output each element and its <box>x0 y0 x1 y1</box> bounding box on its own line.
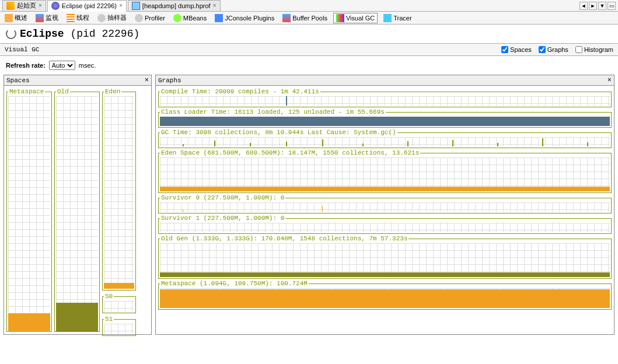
toolbar-buffer-pools[interactable]: Buffer Pools <box>280 13 330 23</box>
graph-class-loader: Class Loader Time: 16113 loaded, 125 unl… <box>158 108 612 128</box>
close-icon[interactable]: × <box>145 76 149 85</box>
toolbar-monitor[interactable]: 监视 <box>33 13 61 23</box>
close-icon[interactable]: × <box>213 2 217 9</box>
sampler-icon <box>97 14 106 22</box>
classloader-fill <box>160 117 610 126</box>
toolbar-profiler[interactable]: Profiler <box>132 13 167 23</box>
overview-icon <box>5 14 13 22</box>
graph-metaspace: Metaspace (1.094G, 109.750M): 100.724M <box>158 280 612 310</box>
toolbar-tracer[interactable]: Tracer <box>381 13 414 23</box>
tab-start-page[interactable]: 起始页 × <box>2 0 46 12</box>
jconsole-icon <box>215 14 223 22</box>
graph-eden-space: Eden Space (681.500M, 680.500M): 18.147M… <box>158 149 612 193</box>
panels-container: Spaces × Metaspace Old Eden <box>0 75 618 338</box>
nav-max-icon[interactable]: ▭ <box>607 2 616 10</box>
tab-eclipse[interactable]: Eclipse (pid 22296) × <box>47 0 127 12</box>
close-icon[interactable]: × <box>607 76 612 85</box>
loading-icon <box>6 29 16 39</box>
buffer-icon <box>282 14 291 22</box>
checkbox-histogram[interactable]: Histogram <box>575 46 613 53</box>
checkbox-graphs[interactable]: Graphs <box>539 46 568 53</box>
toolbar-jconsole[interactable]: JConsole Plugins <box>212 13 277 23</box>
home-icon <box>6 2 15 10</box>
subheader: Visual GC Spaces Graphs Histogram <box>0 43 618 56</box>
toolbar-threads[interactable]: 线程 <box>64 13 92 23</box>
graphs-panel: Graphs × Compile Time: 20009 compiles - … <box>155 75 614 335</box>
tab-label: Eclipse (pid 22296) <box>62 2 117 9</box>
toolbar-mbeans[interactable]: MBeans <box>171 13 209 23</box>
oldgen-fill <box>160 272 610 277</box>
eden-fill <box>104 283 134 289</box>
tab-label: [heapdump] dump.hprof <box>142 2 211 9</box>
space-old: Old <box>54 88 100 332</box>
refresh-label: Refresh rate: <box>6 62 46 69</box>
monitor-icon <box>36 14 44 22</box>
graph-compile-time: Compile Time: 20009 compiles - 1m 42.411… <box>158 88 612 107</box>
eclipse-icon <box>51 2 60 10</box>
space-metaspace: Metaspace <box>6 88 52 332</box>
spaces-header: Spaces × <box>4 75 151 86</box>
tab-heapdump[interactable]: [heapdump] dump.hprof × <box>128 0 221 12</box>
graph-old-gen: Old Gen (1.333G, 1.333G): 170.048M, 1548… <box>158 235 612 279</box>
space-eden: Eden <box>102 88 136 290</box>
graph-survivor-0: Survivor 0 (227.500M, 1.000M): 0 <box>158 194 612 214</box>
space-s1: S1 <box>102 316 136 336</box>
nav-next-icon[interactable]: ► <box>589 2 597 10</box>
threads-icon <box>67 14 75 22</box>
tab-nav-arrows: ◄ ► ▼ ▭ <box>579 2 616 10</box>
profiler-icon <box>135 14 143 22</box>
toolbar-visual-gc[interactable]: Visual GC <box>333 13 378 23</box>
graphs-header: Graphs × <box>156 75 614 86</box>
heapdump-icon <box>132 2 140 10</box>
nav-prev-icon[interactable]: ◄ <box>579 2 588 10</box>
eden-wave <box>160 187 610 191</box>
space-s0: S0 <box>102 293 136 313</box>
tracer-icon <box>383 14 392 22</box>
subtab-label: Visual GC <box>5 46 39 53</box>
graph-survivor-1: Survivor 1 (227.500M, 1.000M): 0 <box>158 215 612 234</box>
refresh-bar: Refresh rate: Auto msec. <box>0 56 618 75</box>
tab-label: 起始页 <box>17 1 36 10</box>
page-title: Eclipse (pid 22296) <box>20 28 139 40</box>
old-fill <box>56 303 98 332</box>
close-icon[interactable]: × <box>119 2 123 9</box>
close-icon[interactable]: × <box>39 2 42 9</box>
spaces-panel: Spaces × Metaspace Old Eden <box>4 75 152 335</box>
compile-spike <box>286 96 287 106</box>
metaspace-fill <box>8 313 50 332</box>
app-header: Eclipse (pid 22296) <box>0 24 618 43</box>
visualgc-icon <box>336 14 344 22</box>
toolbar-overview[interactable]: 概述 <box>2 13 30 23</box>
refresh-select[interactable]: Auto <box>49 61 75 70</box>
toolbar-sampler[interactable]: 抽样器 <box>95 13 129 23</box>
refresh-unit: msec. <box>79 62 96 69</box>
graph-gc-time: GC Time: 3098 collections, 8m 10.944s La… <box>158 129 612 148</box>
checkbox-spaces[interactable]: Spaces <box>501 46 532 53</box>
file-tabs: 起始页 × Eclipse (pid 22296) × [heapdump] d… <box>0 0 618 12</box>
mbeans-icon <box>173 14 181 22</box>
metaspace-fill <box>160 289 610 308</box>
nav-dropdown-icon[interactable]: ▼ <box>598 2 606 10</box>
toolbar: 概述 监视 线程 抽样器 Profiler MBeans JConsole Pl… <box>0 12 618 24</box>
